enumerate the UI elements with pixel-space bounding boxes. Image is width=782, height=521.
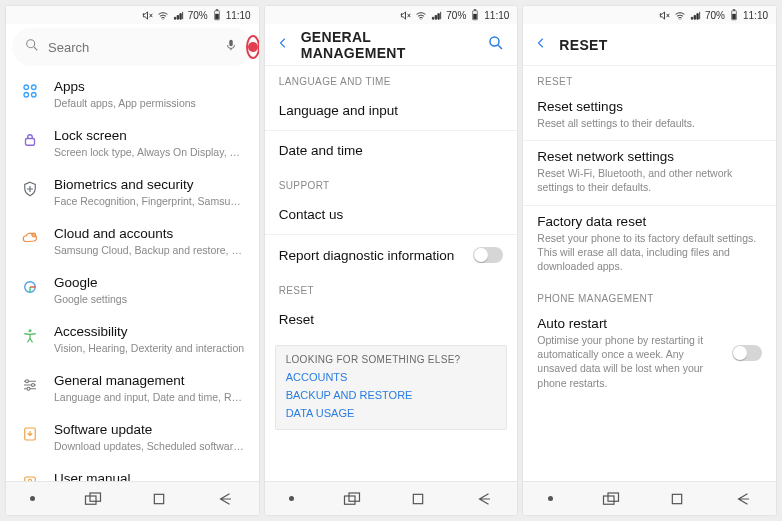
settings-item-google[interactable]: GoogleGoogle settings: [6, 266, 259, 315]
battery-text: 70%: [705, 10, 725, 21]
link-data-usage[interactable]: DATA USAGE: [286, 401, 497, 419]
settings-item-user-manual[interactable]: User manualUser manual: [6, 462, 259, 481]
settings-item-software-update[interactable]: Software updateDownload updates, Schedul…: [6, 413, 259, 462]
svg-rect-24: [474, 14, 478, 19]
nav-recents-icon[interactable]: [84, 492, 102, 506]
battery-text: 70%: [188, 10, 208, 21]
row-sub: Reset all settings to their defaults.: [537, 114, 762, 130]
row-title: Reset network settings: [537, 149, 762, 164]
settings-item-accessibility[interactable]: AccessibilityVision, Hearing, Dexterity …: [6, 315, 259, 364]
back-icon[interactable]: [277, 35, 289, 55]
nav-back-icon[interactable]: [475, 492, 493, 506]
section-reset: RESET: [523, 66, 776, 91]
item-sub: Language and input, Date and time, Reset: [54, 390, 245, 404]
lock-icon: [20, 130, 40, 150]
row-reset-settings[interactable]: Reset settings Reset all settings to the…: [523, 91, 776, 140]
nav-dot-icon: [30, 496, 35, 501]
svg-point-14: [32, 384, 35, 387]
row-sub: Reset your phone to its factory default …: [537, 229, 762, 274]
nav-recents-icon[interactable]: [602, 492, 620, 506]
search-bar[interactable]: [12, 28, 253, 66]
search-input[interactable]: [48, 40, 216, 55]
suggestion-card: LOOKING FOR SOMETHING ELSE? ACCOUNTS BAC…: [275, 345, 508, 430]
battery-icon: [212, 9, 222, 21]
row-date-time[interactable]: Date and time: [265, 131, 518, 170]
nav-back-icon[interactable]: [734, 492, 752, 506]
svg-rect-30: [733, 9, 735, 10]
svg-rect-2: [215, 14, 219, 19]
svg-rect-1: [215, 9, 217, 10]
settings-item-biometrics[interactable]: Biometrics and securityFace Recognition,…: [6, 168, 259, 217]
nav-bar: [523, 481, 776, 515]
signal-icon: [690, 10, 701, 21]
item-title: Software update: [54, 422, 245, 439]
nav-home-icon[interactable]: [669, 491, 685, 507]
link-accounts[interactable]: ACCOUNTS: [286, 365, 497, 383]
item-sub: Screen lock type, Always On Display, Clo…: [54, 145, 245, 159]
svg-rect-33: [608, 493, 619, 501]
nav-back-icon[interactable]: [216, 492, 234, 506]
settings-item-cloud[interactable]: Cloud and accountsSamsung Cloud, Backup …: [6, 217, 259, 266]
back-icon[interactable]: [535, 35, 547, 55]
cloud-icon: [20, 228, 40, 248]
svg-point-3: [27, 40, 35, 48]
row-sub: Reset Wi-Fi, Bluetooth, and other networ…: [537, 164, 762, 194]
signal-icon: [431, 10, 442, 21]
link-backup-restore[interactable]: BACKUP AND RESTORE: [286, 383, 497, 401]
status-bar: 70% 11:10: [523, 6, 776, 24]
row-label: Reset: [279, 312, 314, 327]
bixby-record-icon[interactable]: [246, 35, 259, 59]
row-factory-reset[interactable]: Factory data reset Reset your phone to i…: [523, 206, 776, 284]
content: RESET Reset settings Reset all settings …: [523, 66, 776, 481]
item-title: Accessibility: [54, 324, 245, 341]
row-language-input[interactable]: Language and input: [265, 91, 518, 130]
nav-home-icon[interactable]: [410, 491, 426, 507]
settings-item-general-management[interactable]: General managementLanguage and input, Da…: [6, 364, 259, 413]
item-sub: Download updates, Scheduled software upd…: [54, 439, 245, 453]
settings-item-lock-screen[interactable]: Lock screenScreen lock type, Always On D…: [6, 119, 259, 168]
row-auto-restart[interactable]: Auto restart Optimise your phone by rest…: [523, 308, 776, 400]
battery-text: 70%: [446, 10, 466, 21]
sliders-icon: [20, 375, 40, 395]
row-title: Reset settings: [537, 99, 762, 114]
settings-item-apps[interactable]: AppsDefault apps, App permissions: [6, 70, 259, 119]
toggle-auto-restart[interactable]: [732, 345, 762, 361]
item-sub: Samsung Cloud, Backup and restore, Smart…: [54, 243, 245, 257]
row-report-diagnostic[interactable]: Report diagnostic information: [265, 235, 518, 275]
svg-rect-20: [90, 493, 101, 501]
section-phone-management: PHONE MANAGEMENT: [523, 283, 776, 308]
toggle-diagnostic[interactable]: [473, 247, 503, 263]
app-bar: GENERAL MANAGEMENT: [265, 24, 518, 66]
status-bar: 70% 11:10: [265, 6, 518, 24]
item-title: General management: [54, 373, 245, 390]
app-bar: RESET: [523, 24, 776, 66]
svg-point-25: [490, 37, 499, 46]
row-reset[interactable]: Reset: [265, 300, 518, 339]
svg-rect-21: [155, 494, 164, 503]
svg-rect-34: [672, 494, 681, 503]
row-sub: Optimise your phone by restarting it aut…: [537, 331, 722, 390]
clock-text: 11:10: [743, 10, 768, 21]
svg-rect-19: [86, 496, 97, 504]
apps-icon: [20, 81, 40, 101]
item-sub: Face Recognition, Fingerprint, Samsung P…: [54, 194, 245, 208]
row-contact-us[interactable]: Contact us: [265, 195, 518, 234]
item-sub: Default apps, App permissions: [54, 96, 245, 110]
row-title: Factory data reset: [537, 214, 762, 229]
shield-icon: [20, 179, 40, 199]
mic-icon[interactable]: [224, 37, 238, 57]
signal-icon: [173, 10, 184, 21]
svg-rect-26: [345, 496, 356, 504]
svg-rect-4: [229, 40, 233, 46]
svg-rect-31: [732, 14, 736, 19]
wifi-icon: [157, 10, 169, 21]
nav-home-icon[interactable]: [151, 491, 167, 507]
nav-recents-icon[interactable]: [343, 492, 361, 506]
nav-bar: [6, 481, 259, 515]
item-title: Google: [54, 275, 245, 292]
search-icon[interactable]: [487, 34, 505, 56]
row-reset-network[interactable]: Reset network settings Reset Wi-Fi, Blue…: [523, 141, 776, 204]
section-language-time: LANGUAGE AND TIME: [265, 66, 518, 91]
svg-rect-23: [474, 9, 476, 10]
item-title: Lock screen: [54, 128, 245, 145]
